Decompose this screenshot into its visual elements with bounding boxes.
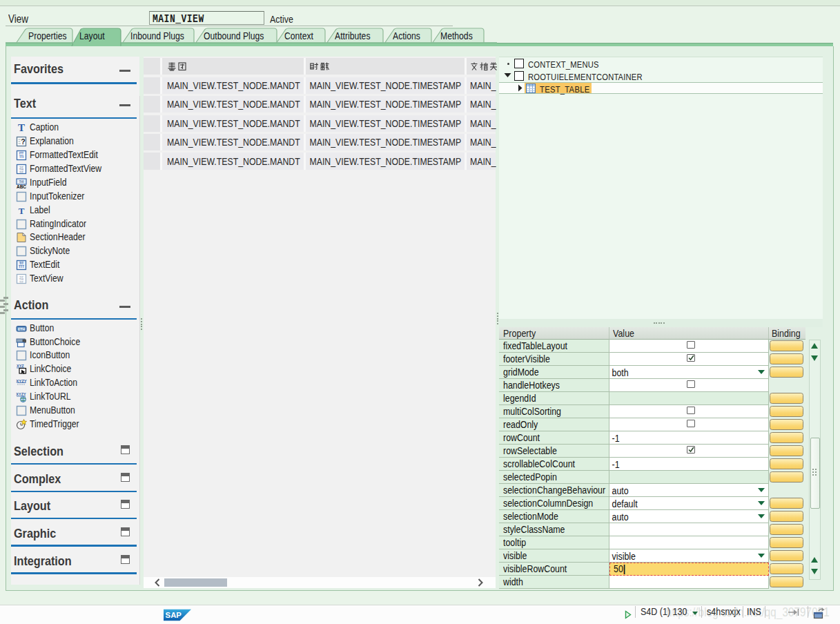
svg-text:XYZY: XYZY	[16, 392, 26, 396]
svg-text:THI: THI	[19, 180, 23, 184]
svg-text:XYZY: XYZY	[16, 379, 27, 383]
svg-text:T: T	[18, 122, 25, 133]
svg-text:TIT: TIT	[19, 280, 24, 284]
svg-text:SAP: SAP	[166, 611, 182, 619]
svg-text:?: ?	[21, 137, 25, 146]
svg-text:T: T	[19, 205, 25, 215]
svg-text:ETH: ETH	[18, 326, 25, 331]
svg-text:XYZ: XYZ	[17, 364, 24, 368]
svg-text:TTI: TTI	[19, 155, 24, 159]
svg-text:TIT: TIT	[19, 170, 24, 173]
svg-text:TTT: TTT	[19, 265, 24, 269]
svg-text:ABC: ABC	[17, 184, 26, 188]
